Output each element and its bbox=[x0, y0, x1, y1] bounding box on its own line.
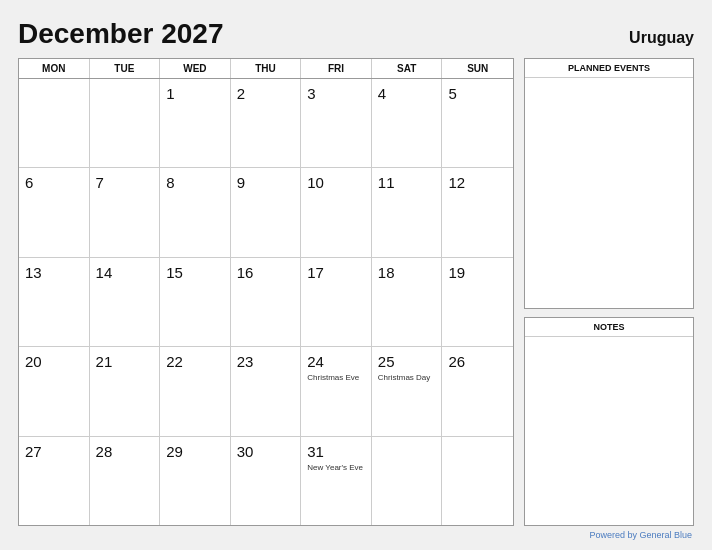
day-number: 11 bbox=[378, 174, 395, 192]
day-number: 18 bbox=[378, 264, 395, 282]
calendar-cell bbox=[442, 437, 513, 525]
event-label: Christmas Day bbox=[378, 373, 430, 383]
day-number: 31 bbox=[307, 443, 324, 461]
day-number: 30 bbox=[237, 443, 254, 461]
day-number: 8 bbox=[166, 174, 174, 192]
calendar-cell: 8 bbox=[160, 168, 231, 256]
calendar-cell: 12 bbox=[442, 168, 513, 256]
calendar-cell: 19 bbox=[442, 258, 513, 346]
calendar-cell: 22 bbox=[160, 347, 231, 435]
day-number: 12 bbox=[448, 174, 465, 192]
planned-events-content bbox=[525, 78, 693, 308]
event-label: Christmas Eve bbox=[307, 373, 359, 383]
calendar-row: 2021222324Christmas Eve25Christmas Day26 bbox=[19, 347, 513, 436]
weekday-header: SAT bbox=[372, 59, 443, 78]
day-number: 26 bbox=[448, 353, 465, 371]
day-number: 6 bbox=[25, 174, 33, 192]
day-number: 9 bbox=[237, 174, 245, 192]
weekday-header: TUE bbox=[90, 59, 161, 78]
calendar-row: 6789101112 bbox=[19, 168, 513, 257]
day-number: 16 bbox=[237, 264, 254, 282]
calendar-cell bbox=[90, 79, 161, 167]
day-number: 25 bbox=[378, 353, 395, 371]
calendar-cell: 13 bbox=[19, 258, 90, 346]
day-number: 4 bbox=[378, 85, 386, 103]
day-number: 27 bbox=[25, 443, 42, 461]
weekday-header: WED bbox=[160, 59, 231, 78]
country-title: Uruguay bbox=[629, 29, 694, 47]
calendar-cell bbox=[19, 79, 90, 167]
calendar-cell: 4 bbox=[372, 79, 443, 167]
day-number: 24 bbox=[307, 353, 324, 371]
notes-content bbox=[525, 337, 693, 525]
calendar-cell: 29 bbox=[160, 437, 231, 525]
sidebar: PLANNED EVENTS NOTES bbox=[524, 58, 694, 526]
day-number: 13 bbox=[25, 264, 42, 282]
day-number: 14 bbox=[96, 264, 113, 282]
weekday-header: FRI bbox=[301, 59, 372, 78]
calendar-cell: 23 bbox=[231, 347, 302, 435]
day-number: 15 bbox=[166, 264, 183, 282]
day-number: 7 bbox=[96, 174, 104, 192]
weekday-header: SUN bbox=[442, 59, 513, 78]
day-number: 21 bbox=[96, 353, 113, 371]
month-title: December 2027 bbox=[18, 18, 223, 50]
calendar-cell: 25Christmas Day bbox=[372, 347, 443, 435]
calendar-cell: 5 bbox=[442, 79, 513, 167]
calendar-cell: 6 bbox=[19, 168, 90, 256]
main-area: MONTUEWEDTHUFRISATSUN 123456789101112131… bbox=[18, 58, 694, 526]
powered-by-text: Powered by General Blue bbox=[589, 530, 692, 540]
calendar-cell: 21 bbox=[90, 347, 161, 435]
day-number: 23 bbox=[237, 353, 254, 371]
calendar-cell: 3 bbox=[301, 79, 372, 167]
calendar-row: 12345 bbox=[19, 79, 513, 168]
planned-events-box: PLANNED EVENTS bbox=[524, 58, 694, 309]
calendar-cell: 18 bbox=[372, 258, 443, 346]
day-number: 3 bbox=[307, 85, 315, 103]
event-label: New Year's Eve bbox=[307, 463, 363, 473]
calendar-cell: 10 bbox=[301, 168, 372, 256]
day-number: 20 bbox=[25, 353, 42, 371]
notes-title: NOTES bbox=[525, 318, 693, 337]
calendar-cell: 17 bbox=[301, 258, 372, 346]
calendar-cell: 2 bbox=[231, 79, 302, 167]
calendar-cell: 16 bbox=[231, 258, 302, 346]
day-number: 1 bbox=[166, 85, 174, 103]
calendar-cell: 26 bbox=[442, 347, 513, 435]
calendar-cell: 11 bbox=[372, 168, 443, 256]
calendar-cell: 9 bbox=[231, 168, 302, 256]
calendar-cell: 14 bbox=[90, 258, 161, 346]
calendar-header-row: MONTUEWEDTHUFRISATSUN bbox=[19, 59, 513, 79]
calendar-cell: 7 bbox=[90, 168, 161, 256]
notes-box: NOTES bbox=[524, 317, 694, 526]
calendar-cell bbox=[372, 437, 443, 525]
calendar-cell: 30 bbox=[231, 437, 302, 525]
day-number: 10 bbox=[307, 174, 324, 192]
calendar-cell: 20 bbox=[19, 347, 90, 435]
day-number: 2 bbox=[237, 85, 245, 103]
calendar-cell: 28 bbox=[90, 437, 161, 525]
top-header: December 2027 Uruguay bbox=[18, 18, 694, 50]
calendar-page: December 2027 Uruguay MONTUEWEDTHUFRISAT… bbox=[0, 0, 712, 550]
day-number: 19 bbox=[448, 264, 465, 282]
day-number: 29 bbox=[166, 443, 183, 461]
powered-by-footer: Powered by General Blue bbox=[18, 530, 694, 540]
day-number: 17 bbox=[307, 264, 324, 282]
day-number: 22 bbox=[166, 353, 183, 371]
calendar-body: 123456789101112131415161718192021222324C… bbox=[19, 79, 513, 525]
day-number: 28 bbox=[96, 443, 113, 461]
day-number: 5 bbox=[448, 85, 456, 103]
calendar-cell: 15 bbox=[160, 258, 231, 346]
calendar-cell: 24Christmas Eve bbox=[301, 347, 372, 435]
calendar-row: 13141516171819 bbox=[19, 258, 513, 347]
calendar-section: MONTUEWEDTHUFRISATSUN 123456789101112131… bbox=[18, 58, 514, 526]
weekday-header: THU bbox=[231, 59, 302, 78]
calendar-cell: 27 bbox=[19, 437, 90, 525]
weekday-header: MON bbox=[19, 59, 90, 78]
planned-events-title: PLANNED EVENTS bbox=[525, 59, 693, 78]
calendar-cell: 1 bbox=[160, 79, 231, 167]
calendar-row: 2728293031New Year's Eve bbox=[19, 437, 513, 525]
calendar-cell: 31New Year's Eve bbox=[301, 437, 372, 525]
